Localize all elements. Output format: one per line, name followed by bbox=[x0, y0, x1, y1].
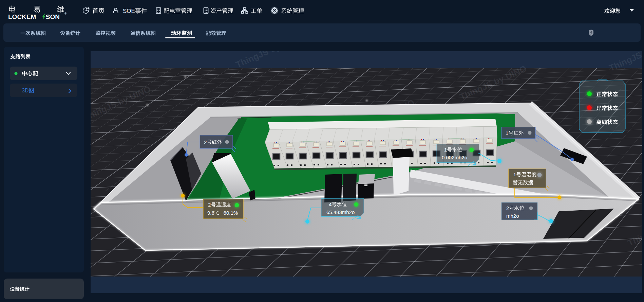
svg-text:1: 1 bbox=[513, 172, 516, 177]
svg-text:3D: 3D bbox=[22, 88, 29, 93]
svg-text:1: 1 bbox=[444, 147, 447, 153]
svg-text:LOCKEM: LOCKEM bbox=[8, 13, 36, 20]
svg-text:60.1%: 60.1% bbox=[220, 210, 238, 216]
svg-text:1: 1 bbox=[506, 130, 508, 136]
svg-text:2: 2 bbox=[204, 139, 207, 145]
svg-text:mh2o: mh2o bbox=[506, 213, 519, 219]
svg-text:®: ® bbox=[64, 12, 67, 15]
svg-text:2: 2 bbox=[506, 205, 509, 211]
svg-text:SON: SON bbox=[46, 13, 60, 20]
svg-text:0.002mh2o: 0.002mh2o bbox=[442, 155, 467, 160]
svg-text:65.483mh2o: 65.483mh2o bbox=[326, 209, 355, 215]
svg-text:2: 2 bbox=[208, 202, 211, 208]
svg-text:9.6: 9.6 bbox=[207, 210, 214, 216]
svg-text:4: 4 bbox=[329, 201, 332, 207]
svg-text:SOE: SOE bbox=[123, 8, 135, 14]
